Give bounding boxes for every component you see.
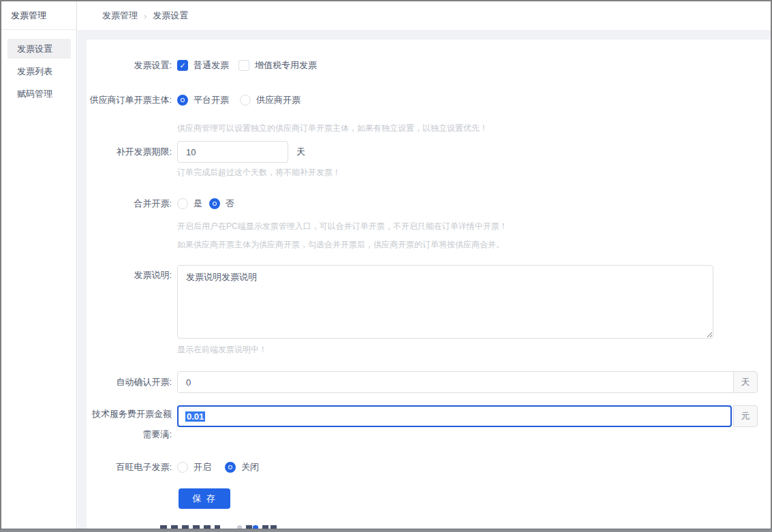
tech-fee-control: 0.01 元 — [177, 405, 758, 427]
radio-label: 是 — [194, 198, 202, 210]
invoice-type-row: 发票设置: ✓ 普通发票 ✓ 增值税专用发票 — [87, 59, 771, 72]
supplier-subject-options: 平台开票 供应商开票 — [177, 94, 300, 106]
merge-invoice-help-1: 开启后用户在PC端显示发票管理入口，可以合并订单开票，不开启只能在订单详情中开票… — [177, 221, 508, 232]
radio-label: 开启 — [194, 461, 211, 473]
reissue-period-row: 补开发票期限: 天 订单完成后超过这个天数，将不能补开发票！ — [87, 141, 771, 163]
reissue-period-help: 订单完成后超过这个天数，将不能补开发票！ — [177, 167, 341, 178]
checkbox-label: 普通发票 — [194, 59, 229, 72]
supplier-subject-help: 供应商管理可以设置独立的供应商订单开票主体，如果有独立设置，以独立设置优先！ — [177, 123, 488, 134]
radio-label: 关闭 — [241, 461, 259, 473]
radio-icon[interactable] — [177, 198, 188, 209]
merge-invoice-row: 合并开票: 是 否 开启后用户在PC端显示发票管理入口，可以合并订单开票，不开启… — [87, 198, 771, 210]
reissue-period-label: 补开发票期限: — [87, 141, 172, 163]
auto-confirm-row: 自动确认开票: 天 — [87, 371, 771, 393]
chevron-right-icon: › — [144, 11, 146, 21]
tech-fee-unit-addon: 元 — [733, 405, 758, 427]
reissue-period-unit: 天 — [296, 146, 305, 158]
baiwang-row: 百旺电子发票: 开启 关闭 — [87, 461, 771, 473]
radio-icon[interactable] — [177, 462, 188, 473]
radio-merge-no[interactable]: 否 — [209, 198, 234, 210]
sidebar-item-code-management[interactable]: 赋码管理 — [7, 84, 71, 104]
supplier-subject-label: 供应商订单开票主体: — [87, 94, 172, 106]
radio-label: 供应商开票 — [256, 94, 300, 106]
radio-supplier-invoicing[interactable]: 供应商开票 — [240, 94, 300, 106]
main-content-background: 发票设置: ✓ 普通发票 ✓ 增值税专用发票 供应商订单开票主体: — [78, 30, 771, 529]
radio-icon[interactable] — [177, 95, 188, 106]
baiwang-label: 百旺电子发票: — [87, 461, 172, 473]
merge-invoice-help-2: 如果供应商开票主体为供应商开票，勾选合并开票后，供应商开票的订单将按供应商合并。 — [177, 239, 504, 251]
radio-platform-invoicing[interactable]: 平台开票 — [177, 94, 229, 106]
checkbox-icon[interactable]: ✓ — [177, 60, 188, 71]
breadcrumb: 发票管理 › 发票设置 — [102, 10, 188, 22]
invoice-type-label: 发票设置: — [87, 59, 172, 72]
checkbox-label: 增值税专用发票 — [255, 59, 317, 72]
tech-fee-row: 技术服务费开票金额需要满: 0.01 元 — [87, 405, 771, 427]
radio-icon[interactable] — [209, 198, 220, 209]
auto-confirm-control: 天 — [177, 371, 758, 393]
sidebar-item-invoice-settings[interactable]: 发票设置 — [7, 39, 71, 59]
checkbox-vat-special-invoice[interactable]: ✓ 增值税专用发票 — [238, 59, 317, 72]
checkbox-icon[interactable]: ✓ — [238, 60, 249, 71]
auto-confirm-label: 自动确认开票: — [87, 371, 172, 393]
radio-icon[interactable] — [225, 462, 236, 473]
invoice-note-textarea[interactable]: 发票说明发票说明 — [177, 265, 713, 339]
merge-invoice-options: 是 否 — [177, 198, 234, 210]
invoice-note-row: 发票说明: 发票说明发票说明 显示在前端发票说明中！ — [87, 265, 771, 340]
checkbox-normal-invoice[interactable]: ✓ 普通发票 — [177, 59, 229, 72]
sidebar-title: 发票管理 — [1, 1, 76, 30]
auto-confirm-unit-addon: 天 — [733, 371, 758, 393]
supplier-subject-row: 供应商订单开票主体: 平台开票 供应商开票 供应商管理可以设置独立的供应商订单开… — [87, 94, 771, 106]
radio-baiwang-off[interactable]: 关闭 — [225, 461, 259, 473]
tech-fee-input[interactable]: 0.01 — [177, 405, 732, 427]
radio-icon[interactable] — [240, 95, 251, 106]
baiwang-options: 开启 关闭 — [177, 461, 259, 473]
merge-invoice-label: 合并开票: — [87, 198, 172, 210]
settings-form-card: 发票设置: ✓ 普通发票 ✓ 增值税专用发票 供应商订单开票主体: — [87, 40, 771, 529]
breadcrumb-invoice-management[interactable]: 发票管理 — [102, 10, 138, 22]
radio-merge-yes[interactable]: 是 — [177, 198, 202, 210]
save-button[interactable]: 保 存 — [179, 488, 230, 509]
radio-baiwang-on[interactable]: 开启 — [177, 461, 211, 473]
invoice-note-label: 发票说明: — [87, 269, 172, 281]
reissue-period-input[interactable] — [177, 141, 288, 163]
app-window: 发票管理 发票设置 发票列表 赋码管理 发票管理 › 发票设置 发票设置: ✓ … — [0, 0, 772, 532]
sidebar: 发票管理 发票设置 发票列表 赋码管理 — [1, 1, 77, 532]
breadcrumb-invoice-settings: 发票设置 — [153, 10, 188, 22]
tech-fee-selected-value: 0.01 — [185, 411, 205, 422]
invoice-note-control: 发票说明发票说明 — [177, 265, 713, 339]
sidebar-item-invoice-list[interactable]: 发票列表 — [7, 61, 71, 81]
check-icon: ✓ — [179, 62, 185, 69]
invoice-type-options: ✓ 普通发票 ✓ 增值税专用发票 — [177, 59, 317, 72]
auto-confirm-input[interactable] — [177, 371, 734, 393]
tech-fee-label: 技术服务费开票金额需要满: — [87, 404, 172, 445]
radio-label: 平台开票 — [194, 94, 229, 106]
reissue-period-control: 天 — [177, 141, 305, 163]
horizontal-scrollbar[interactable] — [0, 529, 772, 532]
invoice-note-help: 显示在前端发票说明中！ — [177, 344, 267, 356]
radio-label: 否 — [226, 198, 234, 210]
sidebar-menu: 发票设置 发票列表 赋码管理 — [1, 30, 76, 104]
topbar: 发票管理 › 发票设置 — [78, 1, 771, 30]
